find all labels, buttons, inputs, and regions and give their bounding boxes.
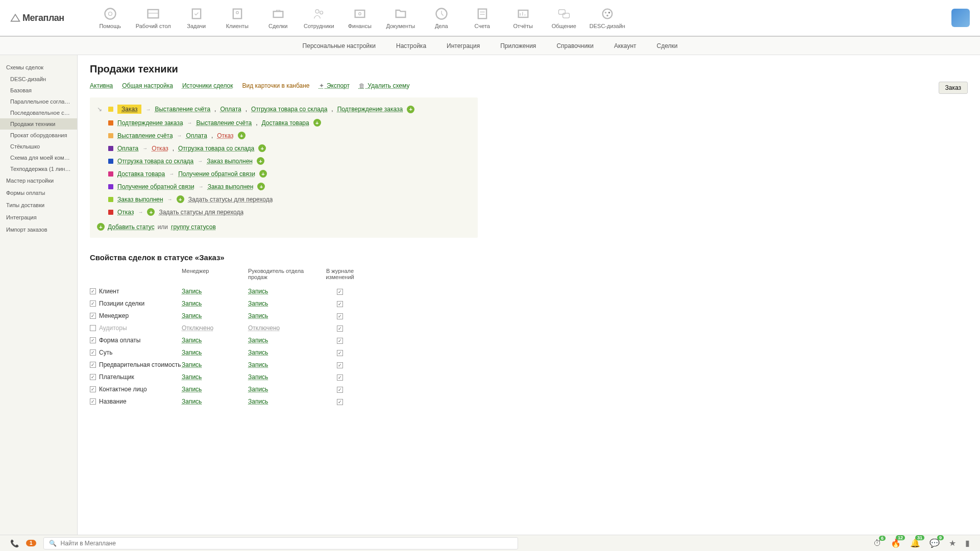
status-name[interactable]: Заказ <box>117 105 141 114</box>
sidebar-item[interactable]: Последовательное согласов... <box>0 107 77 118</box>
sidebar-group[interactable]: Схемы сделок <box>0 61 77 73</box>
sidebar-group[interactable]: Типы доставки <box>0 199 77 211</box>
property-checkbox[interactable]: ✓ <box>90 313 96 319</box>
status-name[interactable]: Доставка товара <box>117 170 165 178</box>
perm-head[interactable]: Запись <box>248 373 268 381</box>
logo[interactable]: Мегаплан <box>10 13 64 23</box>
transition-link[interactable]: Заказ выполнен <box>208 183 254 190</box>
add-button[interactable]: + <box>257 183 265 190</box>
sub-nav-item[interactable]: Приложения <box>500 42 536 49</box>
transition-link[interactable]: Отказ <box>217 132 233 139</box>
log-checkbox[interactable]: ✓ <box>337 374 343 381</box>
sub-nav-item[interactable]: Аккаунт <box>614 42 636 49</box>
perm-head[interactable]: Запись <box>248 337 268 344</box>
log-checkbox[interactable]: ✓ <box>337 338 343 344</box>
sidebar-item[interactable]: Продажи техники <box>0 118 77 130</box>
add-button[interactable]: + <box>177 195 184 203</box>
drag-icon[interactable]: ↘ <box>97 106 102 113</box>
property-checkbox[interactable]: ✓ <box>90 288 96 294</box>
transition-link[interactable]: Подтверждение заказа <box>337 106 403 113</box>
top-nav-документы[interactable]: Документы <box>385 7 416 29</box>
log-checkbox[interactable]: ✓ <box>337 313 343 319</box>
set-transitions-link[interactable]: Задать статусы для перехода <box>188 196 273 203</box>
perm-manager[interactable]: Отключено <box>182 324 213 332</box>
status-name[interactable]: Отгрузка товара со склада <box>117 158 193 165</box>
sub-nav-item[interactable]: Сделки <box>657 42 678 49</box>
property-checkbox[interactable]: ✓ <box>90 386 96 392</box>
transition-link[interactable]: Выставление счёта <box>155 106 210 113</box>
perm-manager[interactable]: Запись <box>182 386 202 393</box>
property-checkbox[interactable]: ✓ <box>90 362 96 368</box>
sidebar-item[interactable]: Параллельное согласование <box>0 96 77 107</box>
sidebar-group[interactable]: Импорт заказов <box>0 223 77 236</box>
log-checkbox[interactable]: ✓ <box>337 301 343 307</box>
transition-link[interactable]: Получение обратной связи <box>178 170 255 178</box>
perm-manager[interactable]: Запись <box>182 300 202 307</box>
sidebar-item[interactable]: Стёклышко <box>0 141 77 152</box>
add-group-link[interactable]: группу статусов <box>171 223 216 231</box>
add-button[interactable]: + <box>259 170 267 178</box>
tab-0[interactable]: Активна <box>90 82 113 89</box>
log-checkbox[interactable]: ✓ <box>337 399 343 405</box>
top-nav-помощь[interactable]: Помощь <box>95 7 126 29</box>
property-checkbox[interactable]: ✓ <box>90 349 96 356</box>
add-status-link[interactable]: Добавить статус <box>108 223 155 231</box>
status-name[interactable]: Получение обратной связи <box>117 183 194 190</box>
property-checkbox[interactable]: ✓ <box>90 337 96 343</box>
top-nav-общение[interactable]: Общение <box>549 7 579 29</box>
perm-head[interactable]: Запись <box>248 300 268 307</box>
transition-link[interactable]: Отгрузка товара со склада <box>178 145 254 152</box>
top-nav-дела[interactable]: Дела <box>426 7 457 29</box>
sidebar-item[interactable]: Техподдержка (1 линия) <box>0 163 77 174</box>
sub-nav-item[interactable]: Интеграция <box>447 42 480 49</box>
property-checkbox[interactable]: ✓ <box>90 374 96 380</box>
perm-head[interactable]: Запись <box>248 398 268 405</box>
avatar[interactable] <box>951 9 970 27</box>
tab-2[interactable]: Источники сделок <box>182 82 233 89</box>
transition-link[interactable]: Отгрузка товара со склада <box>251 106 327 113</box>
order-button[interactable]: Заказ <box>939 82 968 94</box>
add-button[interactable]: + <box>313 119 321 127</box>
perm-head[interactable]: Запись <box>248 386 268 393</box>
tab-3[interactable]: Вид карточки в канбане <box>242 82 310 89</box>
transition-link[interactable]: Доставка товара <box>262 119 309 127</box>
top-nav-счета[interactable]: Счета <box>467 7 498 29</box>
transition-link[interactable]: Оплата <box>220 106 241 113</box>
tab-5[interactable]: 🗑 Удалить схему <box>359 82 409 89</box>
status-name[interactable]: Выставление счёта <box>117 132 173 139</box>
sub-nav-item[interactable]: Настройка <box>396 42 426 49</box>
sidebar-item[interactable]: Схема для моей компании <box>0 152 77 163</box>
status-name[interactable]: Подтверждение заказа <box>117 119 183 127</box>
add-button[interactable]: + <box>147 208 155 216</box>
add-status-button[interactable]: + <box>97 223 105 231</box>
status-name[interactable]: Заказ выполнен <box>117 196 163 203</box>
perm-manager[interactable]: Запись <box>182 349 202 356</box>
status-name[interactable]: Оплата <box>117 145 138 152</box>
tab-1[interactable]: Общая настройка <box>122 82 173 89</box>
perm-head[interactable]: Запись <box>248 349 268 356</box>
perm-head[interactable]: Отключено <box>248 324 280 332</box>
tab-4[interactable]: ✦ Экспорт <box>319 82 350 89</box>
transition-link[interactable]: Отказ <box>152 145 168 152</box>
sub-nav-item[interactable]: Персональные настройки <box>303 42 376 49</box>
property-checkbox[interactable]: ✓ <box>90 300 96 307</box>
sidebar-item[interactable]: Прокат оборудования <box>0 130 77 141</box>
transition-link[interactable]: Выставление счёта <box>197 119 252 127</box>
top-nav-сделки[interactable]: Сделки <box>263 7 293 29</box>
add-button[interactable]: + <box>257 157 264 165</box>
top-nav-финансы[interactable]: Финансы <box>345 7 375 29</box>
add-button[interactable]: + <box>407 106 414 113</box>
sidebar-item[interactable]: DESC-дизайн <box>0 73 77 85</box>
add-button[interactable]: + <box>258 144 266 152</box>
perm-head[interactable]: Запись <box>248 288 268 295</box>
log-checkbox[interactable]: ✓ <box>337 325 343 332</box>
top-nav-клиенты[interactable]: Клиенты <box>222 7 253 29</box>
sidebar-group[interactable]: Формы оплаты <box>0 187 77 199</box>
top-nav-рабочий стол[interactable]: Рабочий стол <box>136 7 171 29</box>
add-button[interactable]: + <box>238 132 246 139</box>
log-checkbox[interactable]: ✓ <box>337 289 343 295</box>
property-checkbox[interactable]: ✓ <box>90 398 96 405</box>
transition-link[interactable]: Оплата <box>186 132 207 139</box>
log-checkbox[interactable]: ✓ <box>337 350 343 356</box>
sidebar-item[interactable]: Базовая <box>0 85 77 96</box>
